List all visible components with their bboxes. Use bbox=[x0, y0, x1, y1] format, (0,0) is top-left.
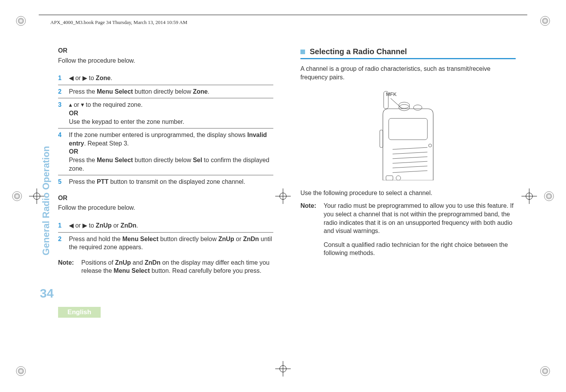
svg-rect-32 bbox=[386, 176, 393, 180]
svg-point-11 bbox=[544, 370, 547, 373]
nav-right-icon: ▶ bbox=[82, 222, 87, 229]
note-label: Note: bbox=[58, 258, 81, 275]
step-body: Press the Menu Select button directly be… bbox=[69, 87, 273, 96]
step-row: 1 ◀ or ▶ to Zone. bbox=[58, 72, 273, 85]
heading-square-icon bbox=[300, 50, 305, 54]
note-body: Positions of ZnUp and ZnDn on the displa… bbox=[81, 258, 273, 275]
registration-mark-icon bbox=[15, 366, 26, 377]
registration-mark-icon bbox=[12, 191, 22, 202]
step-body: Press and hold the Menu Select button di… bbox=[69, 235, 273, 252]
step-row: 2 Press and hold the Menu Select button … bbox=[58, 233, 273, 254]
mfk-label: MFK bbox=[386, 91, 397, 97]
registration-mark-icon bbox=[540, 15, 551, 26]
zone-label: Zone bbox=[96, 75, 110, 81]
note-body: Your radio must be preprogrammed to allo… bbox=[324, 202, 516, 257]
section-heading: Selecting a Radio Channel bbox=[300, 46, 516, 57]
nav-left-icon: ◀ bbox=[69, 222, 74, 229]
step-body: ▴ or ▾ to the required zone. OR Use the … bbox=[69, 101, 273, 126]
step-number: 3 bbox=[58, 101, 69, 109]
step-row: 1 ◀ or ▶ to ZnUp or ZnDn. bbox=[58, 219, 273, 233]
step-number: 2 bbox=[58, 235, 69, 243]
svg-point-17 bbox=[547, 195, 551, 198]
step-row: 4 If the zone number entered is unprogra… bbox=[58, 128, 273, 175]
side-tab-label: General Radio Operation bbox=[41, 139, 51, 255]
svg-point-14 bbox=[15, 195, 19, 198]
step-body: Press the PTT button to transmit on the … bbox=[69, 178, 273, 186]
registration-mark-icon bbox=[540, 366, 551, 377]
svg-point-5 bbox=[544, 19, 547, 22]
page-header-text: APX_4000_M3.book Page 34 Thursday, March… bbox=[50, 19, 187, 26]
note-label: Note: bbox=[300, 202, 324, 257]
svg-rect-23 bbox=[389, 118, 427, 140]
svg-point-30 bbox=[429, 144, 432, 147]
nav-up-icon: ▴ bbox=[69, 101, 72, 108]
or-label: OR bbox=[58, 194, 273, 202]
side-tab: General Radio Operation bbox=[42, 139, 57, 255]
follow-text: Follow the procedure below. bbox=[58, 56, 273, 65]
step-body: ◀ or ▶ to Zone. bbox=[69, 74, 273, 82]
nav-right-icon: ▶ bbox=[82, 75, 87, 81]
page-content: OR Follow the procedure below. 1 ◀ or ▶ … bbox=[58, 46, 516, 346]
heading-rule bbox=[300, 58, 516, 59]
svg-line-25 bbox=[393, 152, 427, 154]
heading-text: Selecting a Radio Channel bbox=[310, 46, 407, 57]
note-block: Note: Your radio must be preprogrammed t… bbox=[300, 202, 516, 257]
step-number: 5 bbox=[58, 178, 69, 186]
page-number: 34 bbox=[40, 286, 54, 301]
note-block: Note: Positions of ZnUp and ZnDn on the … bbox=[58, 258, 273, 275]
svg-point-2 bbox=[19, 19, 22, 22]
step-number: 2 bbox=[58, 87, 69, 96]
or-label: OR bbox=[58, 46, 273, 55]
svg-rect-31 bbox=[380, 130, 383, 147]
step-body: If the zone number entered is unprogramm… bbox=[69, 131, 273, 173]
crosshair-icon bbox=[275, 361, 291, 377]
svg-point-8 bbox=[19, 370, 22, 373]
follow-text: Follow the procedure below. bbox=[58, 204, 273, 212]
step-number: 1 bbox=[58, 74, 69, 82]
svg-line-28 bbox=[393, 166, 427, 168]
right-column: Selecting a Radio Channel A channel is a… bbox=[300, 46, 516, 346]
nav-down-icon: ▾ bbox=[81, 101, 84, 108]
svg-point-33 bbox=[396, 176, 401, 180]
step-number: 1 bbox=[58, 221, 69, 230]
procedure-text: Use the following procedure to select a … bbox=[300, 189, 516, 197]
crosshair-icon bbox=[521, 188, 537, 204]
step-row: 3 ▴ or ▾ to the required zone. OR Use th… bbox=[58, 98, 273, 128]
svg-point-22 bbox=[413, 105, 422, 110]
header-rule bbox=[39, 15, 527, 15]
registration-mark-icon bbox=[544, 191, 554, 202]
intro-text: A channel is a group of radio characteri… bbox=[300, 65, 516, 81]
nav-left-icon: ◀ bbox=[69, 75, 74, 81]
registration-mark-icon bbox=[15, 15, 26, 26]
step-row: 2 Press the Menu Select button directly … bbox=[58, 85, 273, 99]
left-column: OR Follow the procedure below. 1 ◀ or ▶ … bbox=[58, 46, 273, 346]
svg-line-26 bbox=[393, 157, 427, 159]
step-number: 4 bbox=[58, 131, 69, 139]
radio-figure: MFK bbox=[300, 87, 516, 183]
svg-line-24 bbox=[393, 147, 427, 149]
step-body: ◀ or ▶ to ZnUp or ZnDn. bbox=[69, 221, 273, 230]
svg-line-18 bbox=[391, 98, 402, 109]
step-row: 5 Press the PTT button to transmit on th… bbox=[58, 175, 273, 188]
svg-line-29 bbox=[393, 171, 427, 173]
svg-line-27 bbox=[393, 161, 427, 163]
